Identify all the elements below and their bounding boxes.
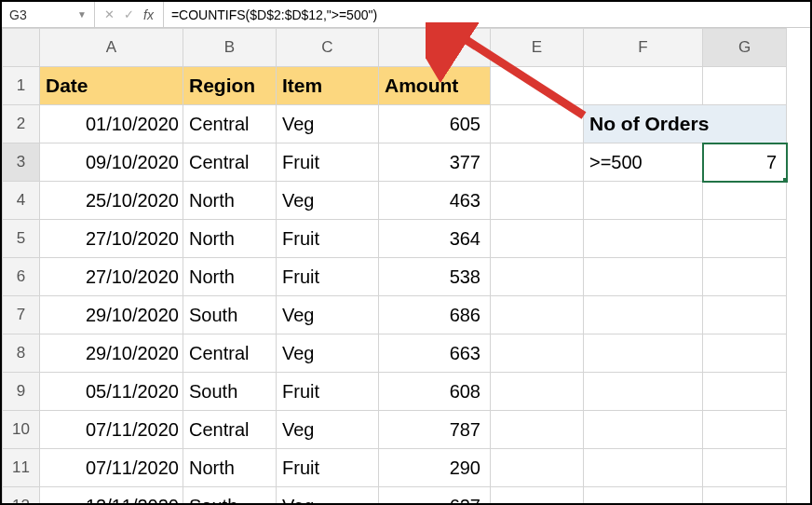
col-header-D[interactable]: D [379, 29, 491, 67]
cancel-icon[interactable]: ✕ [104, 7, 115, 21]
cell-amount[interactable]: 463 [379, 182, 491, 220]
row-header-8[interactable]: 8 [3, 334, 40, 373]
name-box[interactable]: G3 ▼ [2, 2, 95, 27]
cell[interactable] [584, 220, 703, 258]
cell-date[interactable]: 12/11/2020 [40, 487, 183, 506]
cell[interactable] [491, 258, 584, 296]
cell-date[interactable]: 27/10/2020 [40, 220, 183, 258]
cell[interactable] [491, 67, 584, 105]
cell[interactable] [491, 449, 584, 487]
header-item[interactable]: Item [277, 67, 379, 105]
cell-date[interactable]: 25/10/2020 [40, 182, 183, 220]
cell[interactable] [703, 67, 787, 105]
cell-item[interactable]: Fruit [277, 220, 379, 258]
cell[interactable] [584, 334, 703, 373]
row-header-6[interactable]: 6 [3, 258, 40, 296]
cell[interactable] [584, 258, 703, 296]
cell[interactable] [491, 296, 584, 334]
cell[interactable] [584, 182, 703, 220]
cell[interactable] [491, 220, 584, 258]
cell-amount[interactable]: 605 [379, 105, 491, 143]
row-header-10[interactable]: 10 [3, 411, 40, 449]
cell-amount[interactable]: 608 [379, 373, 491, 411]
cell[interactable] [584, 449, 703, 487]
row-header-9[interactable]: 9 [3, 373, 40, 411]
cell-item[interactable]: Veg [277, 182, 379, 220]
cell[interactable] [703, 220, 787, 258]
row-header-2[interactable]: 2 [3, 105, 40, 143]
cell-date[interactable]: 07/11/2020 [40, 449, 183, 487]
cell-amount[interactable]: 663 [379, 334, 491, 373]
cell[interactable] [584, 373, 703, 411]
cell[interactable] [491, 334, 584, 373]
cell[interactable] [584, 296, 703, 334]
cell-date[interactable]: 29/10/2020 [40, 334, 183, 373]
cell-region[interactable]: Central [183, 105, 277, 143]
cell[interactable] [703, 182, 787, 220]
col-header-A[interactable]: A [40, 29, 183, 67]
cell-date[interactable]: 29/10/2020 [40, 296, 183, 334]
cell-region[interactable]: Central [183, 143, 277, 182]
row-header-4[interactable]: 4 [3, 182, 40, 220]
cell[interactable] [703, 487, 787, 506]
cell-item[interactable]: Fruit [277, 373, 379, 411]
summary-title[interactable]: No of Orders [584, 105, 787, 143]
cell-region[interactable]: North [183, 220, 277, 258]
cell-amount[interactable]: 627 [379, 487, 491, 506]
cell-item[interactable]: Veg [277, 487, 379, 506]
cell-amount[interactable]: 377 [379, 143, 491, 182]
cell-region[interactable]: South [183, 487, 277, 506]
cell-item[interactable]: Veg [277, 411, 379, 449]
cell[interactable] [491, 182, 584, 220]
cell-item[interactable]: Veg [277, 105, 379, 143]
cell[interactable] [491, 143, 584, 182]
col-header-F[interactable]: F [584, 29, 703, 67]
cell-date[interactable]: 27/10/2020 [40, 258, 183, 296]
cell[interactable] [703, 411, 787, 449]
cell-date[interactable]: 05/11/2020 [40, 373, 183, 411]
cell[interactable] [491, 105, 584, 143]
row-header-7[interactable]: 7 [3, 296, 40, 334]
cell-item[interactable]: Fruit [277, 143, 379, 182]
cell-region[interactable]: Central [183, 334, 277, 373]
header-amount[interactable]: Amount [379, 67, 491, 105]
cell-amount[interactable]: 538 [379, 258, 491, 296]
cell-amount[interactable]: 290 [379, 449, 491, 487]
row-header-5[interactable]: 5 [3, 220, 40, 258]
header-date[interactable]: Date [40, 67, 183, 105]
cell-date[interactable]: 09/10/2020 [40, 143, 183, 182]
cell-item[interactable]: Veg [277, 334, 379, 373]
cell[interactable] [703, 449, 787, 487]
col-header-B[interactable]: B [183, 29, 277, 67]
cell[interactable] [491, 487, 584, 506]
cell-date[interactable]: 01/10/2020 [40, 105, 183, 143]
name-box-dropdown-icon[interactable]: ▼ [77, 9, 87, 20]
cell-item[interactable]: Fruit [277, 449, 379, 487]
cell-region[interactable]: North [183, 182, 277, 220]
cell[interactable] [584, 411, 703, 449]
cell[interactable] [703, 296, 787, 334]
cell[interactable] [584, 487, 703, 506]
summary-criteria[interactable]: >=500 [584, 143, 703, 182]
cell-region[interactable]: South [183, 373, 277, 411]
col-header-E[interactable]: E [491, 29, 584, 67]
cell-amount[interactable]: 787 [379, 411, 491, 449]
select-all-corner[interactable] [3, 29, 40, 67]
cell-region[interactable]: South [183, 296, 277, 334]
col-header-G[interactable]: G [703, 29, 787, 67]
cell[interactable] [491, 373, 584, 411]
cell-region[interactable]: North [183, 258, 277, 296]
enter-icon[interactable]: ✓ [124, 7, 134, 21]
cell-date[interactable]: 07/11/2020 [40, 411, 183, 449]
formula-input[interactable] [164, 2, 810, 27]
cell[interactable] [584, 67, 703, 105]
fx-icon[interactable]: fx [143, 7, 154, 22]
cell[interactable] [703, 258, 787, 296]
cell-item[interactable]: Fruit [277, 258, 379, 296]
cell[interactable] [703, 373, 787, 411]
row-header-11[interactable]: 11 [3, 449, 40, 487]
summary-result-cell[interactable]: 7 [703, 143, 787, 182]
cell[interactable] [703, 334, 787, 373]
cell-region[interactable]: North [183, 449, 277, 487]
cell-amount[interactable]: 686 [379, 296, 491, 334]
